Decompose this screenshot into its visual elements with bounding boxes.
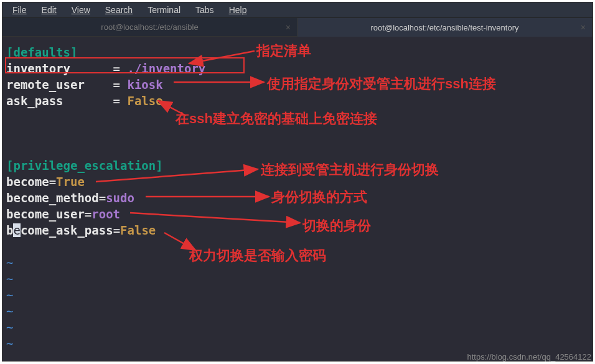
menu-label: Tabs bbox=[195, 5, 214, 15]
cfg-value: root bbox=[91, 207, 120, 221]
tab-bar: root@localhost:/etc/ansible × root@local… bbox=[2, 18, 593, 37]
menu-tabs[interactable]: Tabs bbox=[189, 4, 220, 16]
close-icon[interactable]: × bbox=[286, 22, 291, 32]
cfg-key: remote_user bbox=[6, 78, 85, 91]
menu-search[interactable]: Search bbox=[99, 4, 139, 16]
menu-help[interactable]: Help bbox=[223, 4, 253, 16]
annotation-text: 连接到受管主机进行身份切换 bbox=[261, 161, 439, 179]
cfg-key: inventory bbox=[6, 62, 70, 75]
menu-view[interactable]: View bbox=[65, 4, 96, 16]
terminal-window: File Edit View Search Terminal Tabs Help… bbox=[2, 2, 593, 362]
tab-title: root@localhost:/etc/ansible bbox=[101, 22, 198, 32]
tab-2[interactable]: root@localhost:/etc/ansible/test-invento… bbox=[298, 18, 593, 37]
cfg-value: False bbox=[120, 223, 156, 237]
cfg-key: become bbox=[6, 175, 49, 189]
empty-line-marker: ~ bbox=[6, 256, 13, 269]
watermark-text: https://blog.csdn.net/qq_42564122 bbox=[467, 352, 592, 362]
menu-label: Edit bbox=[42, 5, 57, 15]
menu-file[interactable]: File bbox=[6, 4, 33, 16]
empty-line-marker: ~ bbox=[6, 272, 13, 286]
annotation-text: 权力切换是否输入密码 bbox=[189, 246, 326, 265]
menu-terminal[interactable]: Terminal bbox=[141, 4, 187, 16]
section-header: [defaults] bbox=[6, 45, 77, 59]
cfg-value: True bbox=[56, 175, 85, 189]
tab-1[interactable]: root@localhost:/etc/ansible × bbox=[2, 18, 298, 37]
cfg-key: ask_pass bbox=[6, 94, 63, 108]
text-cursor: e bbox=[13, 223, 20, 237]
menubar: File Edit View Search Terminal Tabs Help bbox=[2, 2, 593, 18]
menu-edit[interactable]: Edit bbox=[35, 4, 63, 16]
cfg-key: come_ask_pass bbox=[21, 223, 113, 237]
cfg-key: become_user bbox=[6, 207, 85, 221]
close-icon[interactable]: × bbox=[581, 22, 586, 32]
cfg-key: become_method bbox=[6, 191, 99, 205]
cfg-key: b bbox=[6, 223, 13, 237]
section-header: [privilege_escalation] bbox=[6, 159, 163, 172]
menu-label: Search bbox=[105, 5, 133, 15]
menu-label: Help bbox=[229, 5, 247, 15]
cfg-value: False bbox=[127, 94, 162, 108]
annotation-text: 指定清单 bbox=[256, 42, 311, 60]
menu-label: Terminal bbox=[148, 5, 180, 15]
cfg-value: sudo bbox=[106, 191, 134, 205]
annotation-text: 在ssh建立免密的基础上免密连接 bbox=[176, 110, 377, 128]
annotation-text: 使用指定身份对受管主机进行ssh连接 bbox=[267, 75, 496, 93]
menu-label: View bbox=[72, 5, 90, 15]
cfg-value: ./inventory bbox=[127, 62, 205, 75]
annotation-text: 切换的身份 bbox=[302, 217, 371, 235]
cfg-value: kiosk bbox=[127, 78, 162, 91]
tab-title: root@localhost:/etc/ansible/test-invento… bbox=[371, 23, 519, 32]
annotation-text: 身份切换的方式 bbox=[271, 188, 367, 207]
menu-label: File bbox=[12, 5, 27, 15]
